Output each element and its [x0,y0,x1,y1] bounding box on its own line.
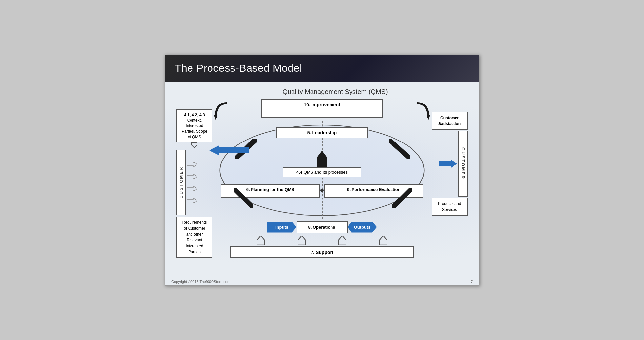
svg-marker-2 [187,174,197,179]
diagonal-arrow-lower-left [232,187,255,210]
qms-title: Quality Management System (QMS) [199,88,471,96]
slide-header: The Process-Based Model [165,55,479,82]
svg-marker-10 [389,139,410,159]
arrow-right-3 [187,186,197,191]
up-arrow-2 [298,236,306,245]
improvement-row: 10. Improvement [214,99,430,120]
left-arrows-group [187,150,197,215]
curved-arrow-left-down [214,102,229,120]
context-box: 4.1, 4.2, 4.3 Context, Interested Partie… [176,109,212,143]
page-number: 7 [471,280,473,284]
requirements-text: Requirements of Customer and other Relev… [182,220,207,254]
improvement-label: 10. Improvement [304,102,340,107]
customer-label-right: CUSTOMER [458,131,468,197]
customer-left-group: CUSTOMER [173,150,197,215]
operations-box: 8. Operations [297,221,348,233]
center-column: 10. Improvement [214,99,430,258]
left-column: 4.1, 4.2, 4.3 Context, Interested Partie… [173,99,212,258]
svg-marker-13 [392,188,412,208]
improvement-box: 10. Improvement [261,99,383,118]
up-arrow-1 [257,236,265,245]
qms-processes-box: 4.4 QMS and its processes [283,167,361,177]
svg-marker-0 [192,142,197,148]
copyright-text: Copyright ©2015 The9000Store.com [171,280,230,284]
svg-marker-16 [338,236,346,245]
blue-left-arrow-right [439,131,457,197]
svg-marker-6 [427,115,430,120]
slide-title: The Process-Based Model [175,62,469,74]
blue-double-arrow-right [439,160,457,168]
svg-marker-3 [187,186,197,191]
diagonal-arrow-upper-right [389,138,412,161]
svg-marker-19 [209,145,249,155]
blue-double-arrow-left [209,145,249,157]
products-services-box: Products and Services [432,198,468,216]
up-arrows-row [214,236,430,245]
customer-satisfaction-box: Customer Satisfaction [432,112,468,130]
divider-dot [320,184,324,197]
svg-marker-1 [187,162,197,167]
diagram-layout: 4.1, 4.2, 4.3 Context, Interested Partie… [173,99,471,258]
down-arrow-left [191,142,198,148]
svg-marker-17 [379,236,387,245]
svg-marker-4 [187,198,197,203]
blue-arrow-left-svg [209,145,249,155]
qms-processes-number: 4.4 [296,170,304,175]
ellipse-region: 5. Leadership 4.4 QMS and its processes [214,121,430,219]
requirements-box: Requirements of Customer and other Relev… [176,217,212,258]
slide-body: Quality Management System (QMS) 4.1, 4.2… [165,82,479,278]
svg-marker-15 [298,236,306,245]
arrow-right-2 [187,174,197,179]
products-services-label: Products and Services [438,201,461,212]
outputs-arrow: Outputs [348,222,377,233]
leadership-label: 5. Leadership [307,130,337,135]
customer-label-left: CUSTOMER [176,150,186,215]
footer: Copyright ©2015 The9000Store.com 7 [165,278,479,285]
customer-satisfaction-label: Customer Satisfaction [438,116,461,126]
svg-marker-9 [317,151,327,167]
curved-arrow-right-down [415,102,430,120]
svg-marker-12 [234,188,253,208]
up-arrow-4 [379,236,387,245]
leadership-box: 5. Leadership [276,127,368,138]
arrow-right-1 [187,162,197,167]
outputs-label: Outputs [354,225,371,230]
customer-right-group: CUSTOMER [439,131,471,197]
svg-marker-5 [214,115,217,120]
diagonal-arrow-lower-right [391,187,413,210]
context-text: Context, Interested Parties, Scope of QM… [182,118,207,139]
right-column: Customer Satisfaction CUSTOMER Products [432,99,471,258]
qms-processes-label: QMS and its processes [304,170,348,175]
svg-point-11 [320,189,324,192]
slide-container: The Process-Based Model Quality Manageme… [165,55,479,286]
svg-marker-18 [439,160,457,168]
up-arrow-3 [338,236,346,245]
inputs-label: Inputs [275,225,288,230]
support-box: 7. Support [230,246,413,258]
io-row: Inputs 8. Operations Outputs [214,221,430,233]
svg-marker-14 [257,236,265,245]
inputs-arrow: Inputs [267,222,297,233]
up-arrow-leadership [317,151,327,167]
support-label: 7. Support [311,250,333,255]
operations-label: 8. Operations [308,225,335,230]
context-number: 4.1, 4.2, 4.3 [184,113,205,117]
arrow-right-4 [187,198,197,203]
